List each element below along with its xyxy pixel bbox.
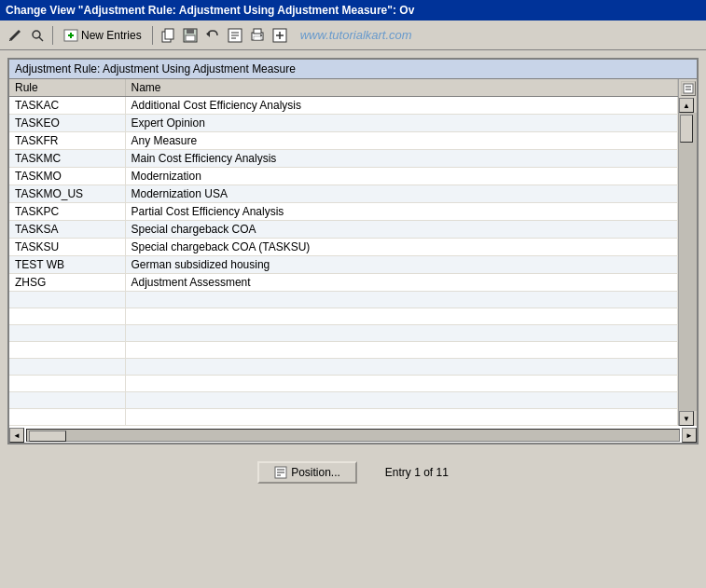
cell-rule xyxy=(9,342,125,359)
cell-name: Main Cost Efficiency Analysis xyxy=(125,150,678,168)
table-body: TASKACAdditional Cost Efficiency Analysi… xyxy=(9,97,678,426)
separator-1 xyxy=(52,26,53,45)
cell-name xyxy=(125,292,678,308)
main-content: Adjustment Rule: Adjustment Using Adjust… xyxy=(0,50,706,452)
svg-point-19 xyxy=(260,34,262,36)
scroll-down-button[interactable]: ▼ xyxy=(679,411,694,426)
table-row[interactable]: TASKSASpecial chargeback COA xyxy=(9,221,678,239)
cell-name: Partial Cost Efficiency Analysis xyxy=(125,203,678,221)
horizontal-scrollbar: ◄ ► xyxy=(9,428,697,443)
cell-rule xyxy=(9,409,125,426)
copy-icon[interactable] xyxy=(159,26,177,45)
scroll-up-button[interactable]: ▲ xyxy=(679,98,694,113)
svg-rect-10 xyxy=(186,35,195,41)
toolbar: New Entries www.tutorialkart.com xyxy=(0,21,706,50)
position-button[interactable]: Position... xyxy=(257,461,357,484)
column-settings-icon[interactable] xyxy=(681,81,696,96)
table-row[interactable] xyxy=(9,376,678,392)
table-row[interactable] xyxy=(9,325,678,342)
cell-name xyxy=(125,392,678,409)
table-row[interactable]: TASKEOExpert Opinion xyxy=(9,115,678,132)
header-row: Rule Name xyxy=(9,79,678,97)
title-text: Change View "Adjustment Rule: Adjustment… xyxy=(6,4,414,17)
cell-rule: ZHSG xyxy=(9,274,125,292)
new-entries-button[interactable]: New Entries xyxy=(59,25,146,46)
save-icon[interactable] xyxy=(181,26,200,45)
position-label: Position... xyxy=(291,466,340,479)
entry-info: Entry 1 of 11 xyxy=(385,466,449,479)
new-entries-icon xyxy=(63,28,78,43)
pencil-icon[interactable] xyxy=(6,26,24,45)
cell-name xyxy=(125,325,678,342)
title-bar: Change View "Adjustment Rule: Adjustment… xyxy=(0,0,706,21)
cell-name xyxy=(125,359,678,376)
table-row[interactable]: TASKMOModernization xyxy=(9,168,678,185)
scroll-left-button[interactable]: ◄ xyxy=(9,428,24,443)
table-row[interactable]: TASKFRAny Measure xyxy=(9,132,678,150)
cell-rule: TASKSA xyxy=(9,221,125,239)
cell-name: Modernization xyxy=(125,168,678,185)
new-entries-label: New Entries xyxy=(81,29,142,42)
scroll-track xyxy=(679,113,697,411)
table-row[interactable]: TASKPCPartial Cost Efficiency Analysis xyxy=(9,203,678,221)
cell-rule: TASKFR xyxy=(9,132,125,150)
h-scroll-thumb[interactable] xyxy=(29,431,66,442)
cell-rule xyxy=(9,392,125,409)
svg-point-1 xyxy=(33,31,40,38)
column-header-rule: Rule xyxy=(9,79,125,97)
table-row[interactable]: TASKACAdditional Cost Efficiency Analysi… xyxy=(9,97,678,115)
cell-rule: TASKSU xyxy=(9,239,125,256)
column-header-name: Name xyxy=(125,79,678,97)
cell-name xyxy=(125,409,678,426)
cell-name: Any Measure xyxy=(125,132,678,150)
right-controls: ▲ ▼ xyxy=(678,79,697,426)
h-scroll-track xyxy=(26,429,680,442)
svg-rect-9 xyxy=(187,29,194,34)
scroll-thumb[interactable] xyxy=(680,115,693,143)
scroll-right-button[interactable]: ► xyxy=(682,428,697,443)
cell-name: Special chargeback COA xyxy=(125,221,678,239)
cell-rule: TASKEO xyxy=(9,115,125,132)
position-icon xyxy=(274,466,287,479)
table-row[interactable]: TASKSUSpecial chargeback COA (TASKSU) xyxy=(9,239,678,256)
cell-rule: TASKPC xyxy=(9,203,125,221)
bottom-bar: Position... Entry 1 of 11 xyxy=(0,461,706,484)
table-row[interactable]: TEST WBGerman subsidized housing xyxy=(9,256,678,274)
cell-rule: TASKAC xyxy=(9,97,125,115)
table-row[interactable] xyxy=(9,392,678,409)
table-row[interactable]: TASKMO_USModernization USA xyxy=(9,185,678,203)
cell-rule xyxy=(9,376,125,392)
print-icon[interactable] xyxy=(248,26,267,45)
table-row[interactable] xyxy=(9,359,678,376)
cell-name: German subsidized housing xyxy=(125,256,678,274)
cell-name: Special chargeback COA (TASKSU) xyxy=(125,239,678,256)
table-header: Rule Name xyxy=(9,79,678,97)
svg-rect-23 xyxy=(684,84,693,93)
svg-rect-18 xyxy=(254,36,261,40)
table-row[interactable] xyxy=(9,308,678,325)
table-row[interactable] xyxy=(9,342,678,359)
undo-icon[interactable] xyxy=(203,26,222,45)
svg-rect-7 xyxy=(165,29,173,39)
table-row[interactable]: ZHSGAdjustment Assessment xyxy=(9,274,678,292)
data-table: Rule Name TASKACAdditional Cost Efficien… xyxy=(9,79,678,426)
svg-line-2 xyxy=(39,37,43,41)
table-row[interactable] xyxy=(9,292,678,308)
table-row[interactable] xyxy=(9,409,678,426)
cell-name: Modernization USA xyxy=(125,185,678,203)
cell-rule: TASKMC xyxy=(9,150,125,168)
find-icon[interactable] xyxy=(226,26,244,45)
table-area: Rule Name TASKACAdditional Cost Efficien… xyxy=(9,79,697,426)
expand-icon[interactable] xyxy=(270,26,289,45)
search-icon[interactable] xyxy=(28,26,47,45)
svg-rect-17 xyxy=(254,29,261,34)
table-section-header: Adjustment Rule: Adjustment Using Adjust… xyxy=(9,60,697,79)
cell-rule: TEST WB xyxy=(9,256,125,274)
cell-name: Additional Cost Efficiency Analysis xyxy=(125,97,678,115)
watermark: www.tutorialkart.com xyxy=(300,28,412,42)
table-row[interactable]: TASKMCMain Cost Efficiency Analysis xyxy=(9,150,678,168)
table-scroll-area: Rule Name TASKACAdditional Cost Efficien… xyxy=(9,79,678,426)
cell-name xyxy=(125,376,678,392)
table-container: Adjustment Rule: Adjustment Using Adjust… xyxy=(7,58,699,444)
cell-name xyxy=(125,342,678,359)
